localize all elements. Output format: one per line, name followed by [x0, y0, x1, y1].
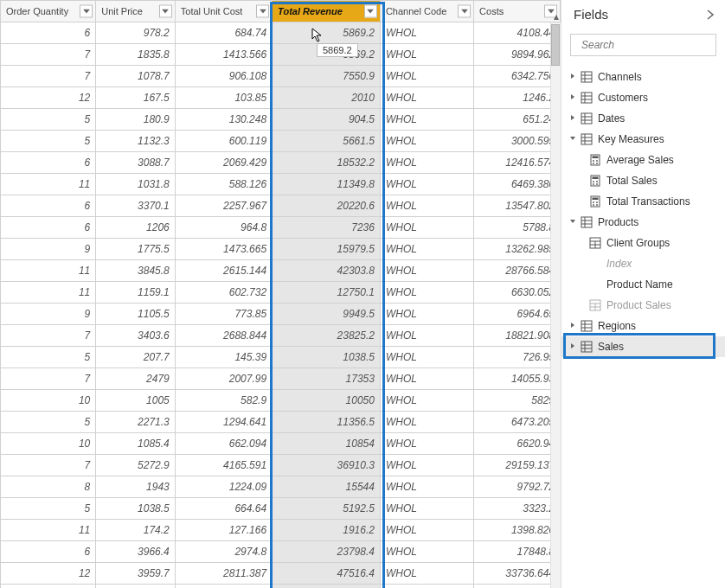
cell-costs[interactable]: 9894.962 [474, 44, 561, 66]
chevron-right-icon[interactable] [568, 322, 577, 330]
table-row[interactable]: 63370.12257.96720220.6WHOL13547.802 [1, 195, 561, 217]
cell-cost[interactable]: 664.64 [175, 498, 272, 520]
cell-chan[interactable]: WHOL [380, 325, 473, 347]
filter-dropdown-icon[interactable] [364, 5, 377, 18]
cell-cost[interactable]: 602.732 [175, 282, 272, 304]
cell-cost[interactable]: 1294.641 [175, 412, 272, 433]
cell-price[interactable]: 3959.7 [96, 563, 176, 585]
cell-qty[interactable]: 5 [1, 109, 96, 131]
cell-cost[interactable]: 127.166 [175, 520, 272, 541]
cell-cost[interactable]: 662.094 [175, 433, 272, 455]
table-row[interactable]: 101005582.910050WHOL5829 [1, 390, 561, 412]
cell-costs[interactable]: 12416.574 [474, 152, 561, 174]
cell-qty[interactable]: 7 [1, 455, 96, 476]
cell-costs[interactable]: 33736.644 [474, 563, 561, 585]
cell-rev[interactable]: 20220.6 [273, 195, 381, 217]
cell-rev[interactable]: 9949.5 [273, 304, 381, 325]
cell-chan[interactable]: WHOL [380, 455, 473, 476]
cell-cost[interactable]: 964.8 [175, 217, 272, 239]
cell-qty[interactable]: 11 [1, 174, 96, 195]
cell-cost[interactable]: 145.39 [175, 347, 272, 368]
cell-cost[interactable]: 2811.387 [175, 563, 272, 585]
table-row[interactable]: 75272.94165.59136910.3WHOL29159.137 [1, 455, 561, 476]
column-header-cost[interactable]: Total Unit Cost [175, 1, 272, 22]
cell-price[interactable]: 3403.6 [96, 325, 176, 347]
table-row[interactable]: 123959.72811.38747516.4WHOL33736.644 [1, 563, 561, 585]
cell-price[interactable]: 207.7 [96, 347, 176, 368]
cell-price[interactable]: 978.2 [96, 22, 176, 44]
cell-qty[interactable]: 11 [1, 282, 96, 304]
column-header-chan[interactable]: Channel Code [380, 1, 473, 22]
cell-chan[interactable]: WHOL [380, 217, 473, 239]
cell-costs[interactable]: 13262.985 [474, 239, 561, 260]
cell-cost[interactable]: 1413.566 [175, 44, 272, 66]
cell-rev[interactable]: 5869.2 [273, 22, 381, 44]
chevron-right-icon[interactable] [568, 73, 577, 81]
cell-cost[interactable]: 2257.967 [175, 195, 272, 217]
cell-costs[interactable]: 9792.72 [474, 476, 561, 498]
table-row[interactable]: 5180.9130.248904.5WHOL651.24 [1, 109, 561, 131]
cell-price[interactable]: 174.2 [96, 520, 176, 541]
cell-costs[interactable]: 6469.386 [474, 174, 561, 195]
cell-cost[interactable]: 600.119 [175, 131, 272, 152]
cell-price[interactable]: 1775.5 [96, 239, 176, 260]
cell-rev[interactable]: 904.5 [273, 109, 381, 131]
tree-item-average-sales[interactable]: Average Sales [561, 150, 725, 170]
cell-qty[interactable]: 10 [1, 390, 96, 412]
cell-cost[interactable]: 773.85 [175, 304, 272, 325]
table-row[interactable]: 113845.82615.14442303.8WHOL28766.584 [1, 260, 561, 282]
column-header-rev[interactable]: Total Revenue [273, 1, 381, 22]
table-row[interactable]: 51132.3600.1195661.5WHOL3000.595 [1, 131, 561, 152]
table-row[interactable]: 111159.1602.73212750.1WHOL6630.052 [1, 282, 561, 304]
cell-qty[interactable]: 6 [1, 195, 96, 217]
cell-costs[interactable]: 13547.802 [474, 195, 561, 217]
table-row[interactable]: 12167.5103.852010WHOL1246.2 [1, 87, 561, 109]
table-row[interactable]: 724792007.9917353WHOL14055.93 [1, 368, 561, 390]
chevron-down-icon[interactable] [568, 218, 577, 227]
cell-cost[interactable]: 582.9 [175, 390, 272, 412]
cell-costs[interactable]: 4108.44 [474, 22, 561, 44]
cell-price[interactable]: 1105.5 [96, 304, 176, 325]
cell-price[interactable]: 1085.4 [96, 433, 176, 455]
cell-qty[interactable]: 9 [1, 239, 96, 260]
cell-qty[interactable]: 7 [1, 44, 96, 66]
cell-cost[interactable]: 1224.09 [175, 476, 272, 498]
cell-price[interactable]: 3370.1 [96, 195, 176, 217]
cell-rev[interactable]: 23798.4 [273, 541, 381, 563]
cell-qty[interactable]: 6 [1, 217, 96, 239]
cell-price[interactable]: 1159.1 [96, 282, 176, 304]
cell-price[interactable]: 1078.7 [96, 66, 176, 87]
table-row[interactable]: 101085.4662.09410854WHOL6620.94 [1, 433, 561, 455]
cell-rev[interactable]: 42303.8 [273, 260, 381, 282]
cell-price[interactable]: 1206 [96, 217, 176, 239]
cell-price[interactable]: 3088.7 [96, 152, 176, 174]
cell-cost[interactable]: 684.74 [175, 22, 272, 44]
cell-rev[interactable]: 14874 [273, 585, 381, 589]
cell-costs[interactable]: 5788.8 [474, 217, 561, 239]
table-row[interactable]: 71835.81413.5665869.2WHOL9894.962 [1, 44, 561, 66]
cell-cost[interactable]: 2688.844 [175, 325, 272, 347]
data-grid[interactable]: Order QuantityUnit PriceTotal Unit CostT… [0, 0, 561, 588]
cell-costs[interactable]: 6473.205 [474, 412, 561, 433]
cell-costs[interactable]: 18821.908 [474, 325, 561, 347]
cell-chan[interactable]: WHOL [380, 498, 473, 520]
table-row[interactable]: 52271.31294.64111356.5WHOL6473.205 [1, 412, 561, 433]
cell-qty[interactable]: 11 [1, 260, 96, 282]
cell-price[interactable]: 1239.5 [96, 585, 176, 589]
column-header-qty[interactable]: Order Quantity [1, 1, 96, 22]
cell-rev[interactable]: 5192.5 [273, 498, 381, 520]
table-row[interactable]: 63966.42974.823798.4WHOL17848.8 [1, 541, 561, 563]
cell-cost[interactable]: 2069.429 [175, 152, 272, 174]
cell-qty[interactable]: 12 [1, 585, 96, 589]
tree-table-customers[interactable]: Customers [561, 87, 725, 108]
cell-rev[interactable]: 5661.5 [273, 131, 381, 152]
cell-chan[interactable]: WHOL [380, 282, 473, 304]
cell-chan[interactable]: WHOL [380, 412, 473, 433]
cell-chan[interactable]: WHOL [380, 390, 473, 412]
cell-price[interactable]: 3845.8 [96, 260, 176, 282]
cell-cost[interactable]: 2615.144 [175, 260, 272, 282]
cell-chan[interactable]: WHOL [380, 563, 473, 585]
cell-costs[interactable]: 651.24 [474, 109, 561, 131]
tree-item-product-sales[interactable]: Product Sales [561, 295, 725, 316]
cell-rev[interactable]: 7236 [273, 217, 381, 239]
